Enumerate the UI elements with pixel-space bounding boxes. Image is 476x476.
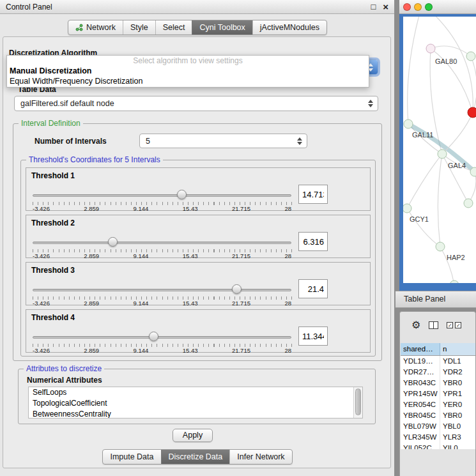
network-node[interactable] bbox=[450, 280, 459, 283]
slider-track[interactable] bbox=[33, 336, 291, 339]
network-node[interactable] bbox=[438, 150, 447, 158]
checkbox-icon[interactable]: ✓ bbox=[447, 322, 453, 328]
cell[interactable]: YIL0 bbox=[440, 443, 475, 449]
float-window-icon[interactable]: □ bbox=[371, 3, 376, 11]
cell[interactable]: YIL052C bbox=[401, 443, 440, 449]
scale-tick-label: 21.715 bbox=[232, 205, 250, 212]
threshold-2-panel: Threshold 2 -3.426 2.859 9.144 15.43 21.… bbox=[26, 215, 371, 258]
scrollbar-thumb[interactable] bbox=[355, 388, 361, 415]
network-edge[interactable] bbox=[407, 154, 442, 208]
threshold-2-label: Threshold 2 bbox=[31, 219, 75, 227]
apply-button[interactable]: Apply bbox=[173, 429, 213, 442]
network-edge[interactable] bbox=[407, 208, 440, 247]
cell[interactable]: YER054C bbox=[401, 399, 440, 410]
threshold-1-value-input[interactable] bbox=[298, 185, 328, 204]
close-traffic-light[interactable] bbox=[403, 3, 411, 11]
slider-track[interactable] bbox=[33, 242, 291, 244]
slider-thumb[interactable] bbox=[149, 332, 158, 341]
threshold-3-value-input[interactable] bbox=[298, 279, 328, 298]
cell[interactable]: YBR0 bbox=[440, 410, 475, 421]
checkbox-icon[interactable]: ✓ bbox=[455, 322, 461, 328]
list-item[interactable]: TopologicalCoefficient bbox=[29, 398, 362, 409]
network-edge[interactable] bbox=[431, 46, 471, 56]
bottom-tab-segment: Impute Data Discretize Data Infer Networ… bbox=[102, 449, 292, 464]
cell[interactable]: YBL0 bbox=[440, 421, 475, 432]
tab-select[interactable]: Select bbox=[155, 20, 192, 35]
column-header-name[interactable]: n bbox=[440, 343, 475, 355]
list-item[interactable]: SelfLoops bbox=[29, 387, 362, 398]
close-icon[interactable]: × bbox=[383, 2, 388, 12]
threshold-3-panel: Threshold 3 -3.426 2.859 9.144 15.43 21.… bbox=[26, 262, 371, 305]
scale-tick-label: 9.144 bbox=[134, 205, 149, 212]
network-edge[interactable] bbox=[408, 17, 422, 124]
network-node[interactable] bbox=[436, 242, 445, 251]
list-item[interactable]: BetweennessCentrality bbox=[29, 409, 362, 418]
threshold-1-slider[interactable] bbox=[33, 190, 291, 201]
network-canvas[interactable]: GAL80GAL11GAL4GCY1HAP2 bbox=[403, 17, 476, 283]
network-node[interactable] bbox=[426, 44, 435, 53]
tab-infer-network[interactable]: Infer Network bbox=[229, 450, 291, 464]
zoom-traffic-light[interactable] bbox=[425, 3, 433, 11]
cell[interactable]: YBR0 bbox=[440, 378, 475, 388]
table-row[interactable]: YPR145WYPR1 bbox=[401, 388, 475, 399]
scale-tick-label: -3.426 bbox=[33, 300, 50, 307]
spinner-arrows-icon[interactable] bbox=[368, 100, 373, 107]
table-row[interactable]: YLR345WYLR3 bbox=[401, 432, 475, 443]
gear-icon[interactable]: ⚙ bbox=[411, 320, 420, 330]
column-header-shared-name[interactable]: shared… bbox=[401, 343, 440, 355]
network-node[interactable] bbox=[403, 204, 411, 213]
tab-impute-data[interactable]: Impute Data bbox=[103, 450, 160, 464]
numerical-attributes-list[interactable]: SelfLoops TopologicalCoefficient Between… bbox=[28, 387, 363, 418]
network-node[interactable] bbox=[466, 52, 475, 61]
table-row[interactable]: YDL19…YDL1 bbox=[401, 356, 475, 367]
network-node[interactable] bbox=[468, 107, 476, 118]
tab-cyni-toolbox[interactable]: Cyni Toolbox bbox=[192, 20, 252, 35]
slider-track[interactable] bbox=[33, 194, 291, 197]
threshold-3-slider[interactable] bbox=[33, 284, 291, 295]
slider-thumb[interactable] bbox=[108, 237, 118, 247]
network-edge[interactable] bbox=[440, 247, 454, 283]
table-row[interactable]: YDR27…YDR2 bbox=[401, 367, 475, 378]
table-row[interactable]: YBL079WYBL0 bbox=[401, 421, 475, 432]
cell[interactable]: YBR045C bbox=[401, 410, 440, 421]
table-row[interactable]: YIL052CYIL0 bbox=[401, 443, 475, 449]
cell[interactable]: YDL1 bbox=[440, 356, 475, 367]
tab-style[interactable]: Style bbox=[123, 20, 155, 35]
cell[interactable]: YDR27… bbox=[401, 367, 440, 378]
columns-icon[interactable] bbox=[429, 321, 438, 329]
list-scrollbar[interactable] bbox=[353, 387, 362, 418]
dropdown-item-equal-width-frequency[interactable]: Equal Width/Frequency Discretization bbox=[7, 76, 369, 86]
table-row[interactable]: YBR045CYBR0 bbox=[401, 410, 475, 421]
slider-track[interactable] bbox=[33, 289, 291, 291]
threshold-2-value-input[interactable] bbox=[298, 232, 328, 251]
network-node[interactable] bbox=[404, 119, 413, 128]
cell[interactable]: YBL079W bbox=[401, 421, 440, 432]
number-of-intervals-combobox[interactable]: 5 bbox=[139, 134, 307, 148]
cell[interactable]: YPR145W bbox=[401, 388, 440, 399]
cell[interactable]: YPR1 bbox=[440, 388, 475, 399]
slider-thumb[interactable] bbox=[232, 284, 242, 294]
cell[interactable]: YDL19… bbox=[401, 356, 440, 367]
tab-network[interactable]: Network bbox=[68, 20, 123, 35]
network-node[interactable] bbox=[470, 167, 476, 176]
cell[interactable]: YDR2 bbox=[440, 367, 475, 378]
table-row[interactable]: YBR043CYBR0 bbox=[401, 378, 475, 388]
table-row[interactable]: YER054CYER0 bbox=[401, 399, 475, 410]
cell[interactable]: YBR043C bbox=[401, 378, 440, 388]
cell[interactable]: YER0 bbox=[440, 399, 475, 410]
cell[interactable]: YLR345W bbox=[401, 432, 440, 443]
table-data-combobox[interactable]: galFiltered.sif default node bbox=[14, 96, 378, 111]
spinner-arrows-icon[interactable] bbox=[297, 137, 302, 145]
algorithm-dropdown-popup: Select algorithm to view settings Manual… bbox=[6, 55, 369, 88]
tab-jactivemnodules[interactable]: jActiveMNodules bbox=[252, 20, 326, 35]
dropdown-item-manual-discretization[interactable]: Manual Discretization bbox=[7, 66, 369, 76]
threshold-4-value-input[interactable] bbox=[298, 326, 328, 346]
network-edge[interactable] bbox=[438, 154, 442, 247]
minimize-traffic-light[interactable] bbox=[414, 3, 422, 11]
slider-thumb[interactable] bbox=[177, 190, 187, 199]
threshold-2-slider[interactable] bbox=[33, 237, 291, 248]
network-node[interactable] bbox=[464, 199, 473, 208]
cell[interactable]: YLR3 bbox=[440, 432, 475, 443]
threshold-4-slider[interactable] bbox=[33, 332, 291, 342]
tab-discretize-data[interactable]: Discretize Data bbox=[161, 450, 230, 464]
